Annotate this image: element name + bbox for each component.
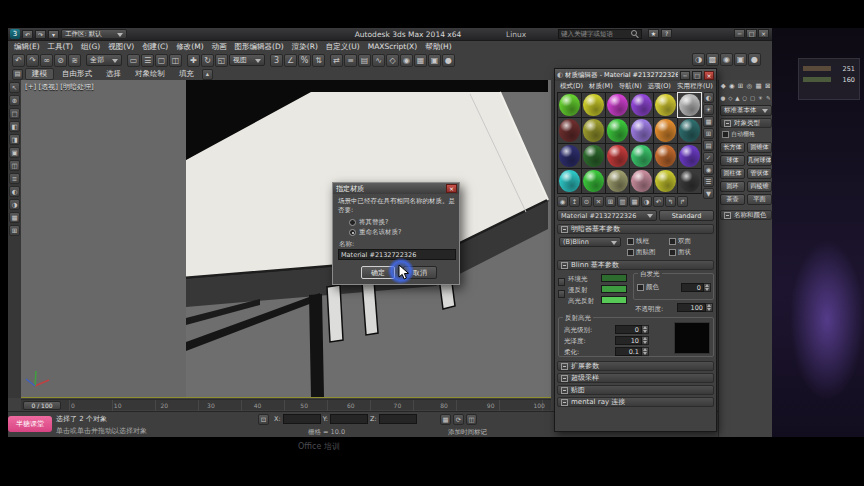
material-slot[interactable] <box>558 118 581 142</box>
create-category-icon[interactable]: ◇ <box>728 95 732 101</box>
material-slot[interactable] <box>654 118 677 142</box>
left-toolbar-icon[interactable]: ▦ <box>9 212 20 223</box>
menu-item-graph-editors[interactable]: 图形编辑器(D) <box>231 42 288 52</box>
move-icon[interactable]: ✚ <box>187 54 200 67</box>
specular-color-swatch[interactable] <box>601 296 627 304</box>
left-toolbar-icon[interactable]: ⊕ <box>9 95 20 106</box>
toolbar-right-icon[interactable]: ● <box>748 53 761 66</box>
lock-icon[interactable] <box>558 278 565 286</box>
self-illum-spinner[interactable]: 0 <box>681 283 711 292</box>
selection-filter-dropdown[interactable]: 全部 <box>86 54 122 66</box>
left-toolbar-icon[interactable]: ◫ <box>9 160 20 171</box>
material-id-icon[interactable]: ▦ <box>629 196 640 207</box>
timeline-ruler[interactable]: 0 10 20 30 40 50 60 70 80 90 100 <box>69 400 547 411</box>
app-logo-icon[interactable]: 3 <box>10 29 20 39</box>
go-forward-icon[interactable]: ↱ <box>677 196 688 207</box>
ambient-color-swatch[interactable] <box>601 274 627 282</box>
spinner-arrows-icon[interactable] <box>704 283 711 292</box>
toolbar-right-icon[interactable]: ▩ <box>706 53 719 66</box>
show-map-icon[interactable]: ◑ <box>641 196 652 207</box>
rotate-icon[interactable]: ↻ <box>201 54 214 67</box>
viewport[interactable]: [+] [透视] [明暗处理] <box>21 80 551 398</box>
material-slot[interactable] <box>678 118 701 142</box>
menu-item-group[interactable]: 组(G) <box>77 42 104 52</box>
extended-parameters-rollout[interactable]: 扩展参数 <box>557 361 714 371</box>
material-editor-title-bar[interactable]: ◐ 材质编辑器 - Material #2132722326 ─ □ × <box>555 69 716 81</box>
spinner-snap-icon[interactable]: ⇅ <box>312 54 325 67</box>
undo-icon[interactable]: ↶ <box>12 54 25 67</box>
tab-freeform[interactable]: 自由形式 <box>56 69 98 79</box>
dialog-title-bar[interactable]: 指定材质 × <box>333 183 459 194</box>
quick-access-dropdown-icon[interactable]: ▾ <box>48 30 59 39</box>
blinn-basic-params-rollout[interactable]: Blinn 基本参数 <box>557 260 714 270</box>
z-coordinate-field[interactable] <box>379 414 417 424</box>
ribbon-minimize-icon[interactable]: ▴ <box>202 69 213 80</box>
motion-tab-icon[interactable]: ◎ <box>747 82 753 90</box>
me-maximize-button[interactable]: □ <box>692 71 702 80</box>
material-slot[interactable] <box>630 118 653 142</box>
teapot-button[interactable]: 茶壶 <box>720 194 745 205</box>
spinner-arrows-icon[interactable] <box>706 303 713 312</box>
tab-object-paint[interactable]: 对象绘制 <box>129 69 171 79</box>
select-by-material-icon[interactable]: ☰ <box>703 176 714 187</box>
menu-item-tools[interactable]: 工具(T) <box>44 42 77 52</box>
menu-item-animation[interactable]: 动画 <box>208 42 231 52</box>
y-coordinate-field[interactable] <box>330 414 368 424</box>
material-slot[interactable] <box>630 144 653 168</box>
search-input[interactable]: 键入关键字或短语 <box>558 29 642 39</box>
material-slot[interactable] <box>654 144 677 168</box>
material-slot[interactable] <box>582 144 605 168</box>
curve-editor-icon[interactable]: ∿ <box>372 54 385 67</box>
me-menu-utilities[interactable]: 实用程序(U) <box>674 82 716 91</box>
menu-item-edit[interactable]: 编辑(E) <box>10 42 44 52</box>
layer-manager-icon[interactable]: ▤ <box>358 54 371 67</box>
status-icon[interactable]: ▦ <box>440 414 451 425</box>
left-toolbar-icon[interactable]: ⊞ <box>9 225 20 236</box>
material-slot[interactable] <box>678 169 701 193</box>
angle-snap-icon[interactable]: ∠ <box>284 54 297 67</box>
create-tab-icon[interactable]: ◆ <box>721 82 726 90</box>
material-map-navigator-icon[interactable]: ▼ <box>703 188 714 199</box>
material-slot[interactable] <box>654 169 677 193</box>
get-material-icon[interactable]: ◉ <box>557 196 568 207</box>
assign-material-icon[interactable]: ⊙ <box>581 196 592 207</box>
backlight-icon[interactable]: ☀ <box>703 104 714 115</box>
shader-basic-params-rollout[interactable]: 明暗器基本参数 <box>557 224 714 234</box>
snap-toggle-icon[interactable]: 3 <box>270 54 283 67</box>
cone-button[interactable]: 圆锥体 <box>747 142 772 153</box>
material-slot[interactable] <box>582 93 605 117</box>
material-slot[interactable] <box>582 169 605 193</box>
create-category-icon[interactable]: ○ <box>742 95 747 101</box>
material-slot[interactable] <box>654 93 677 117</box>
me-menu-modes[interactable]: 模式(D) <box>557 82 586 91</box>
show-end-result-icon[interactable]: ↶ <box>653 196 664 207</box>
material-slot[interactable] <box>606 169 629 193</box>
pyramid-button[interactable]: 四棱锥 <box>747 181 772 192</box>
x-coordinate-field[interactable] <box>283 414 321 424</box>
select-link-icon[interactable]: ∞ <box>40 54 53 67</box>
align-icon[interactable]: ≡ <box>344 54 357 67</box>
material-slot[interactable] <box>678 144 701 168</box>
put-to-library-icon[interactable]: ▥ <box>617 196 628 207</box>
time-slider[interactable]: 0 / 100 <box>23 401 61 410</box>
toolbar-right-icon[interactable]: ▣ <box>734 53 747 66</box>
material-slot[interactable] <box>678 93 701 117</box>
material-type-button[interactable]: Standard <box>659 210 714 221</box>
menu-item-create[interactable]: 创建(C) <box>138 42 172 52</box>
name-color-rollout[interactable]: 名称和颜色 <box>720 210 772 220</box>
unlink-icon[interactable]: ⊘ <box>54 54 67 67</box>
go-to-parent-icon[interactable]: ↰ <box>665 196 676 207</box>
undo-quick-icon[interactable]: ↶ <box>22 30 33 39</box>
left-toolbar-icon[interactable]: □ <box>9 108 20 119</box>
reference-coordinate-dropdown[interactable]: 视图 <box>229 54 265 66</box>
left-toolbar-icon[interactable]: ▣ <box>9 147 20 158</box>
redo-icon[interactable]: ↷ <box>26 54 39 67</box>
faceted-checkbox[interactable] <box>669 249 676 256</box>
workspace-selector[interactable]: 工作区: 默认 <box>61 29 127 39</box>
tab-populate[interactable]: 填充 <box>173 69 200 79</box>
plane-button[interactable]: 平面 <box>747 194 772 205</box>
tab-modeling[interactable]: 建模 <box>25 68 54 80</box>
cylinder-button[interactable]: 圆柱体 <box>720 168 745 179</box>
material-slot[interactable] <box>558 169 581 193</box>
toolbar-right-icon[interactable]: ◑ <box>692 53 705 66</box>
